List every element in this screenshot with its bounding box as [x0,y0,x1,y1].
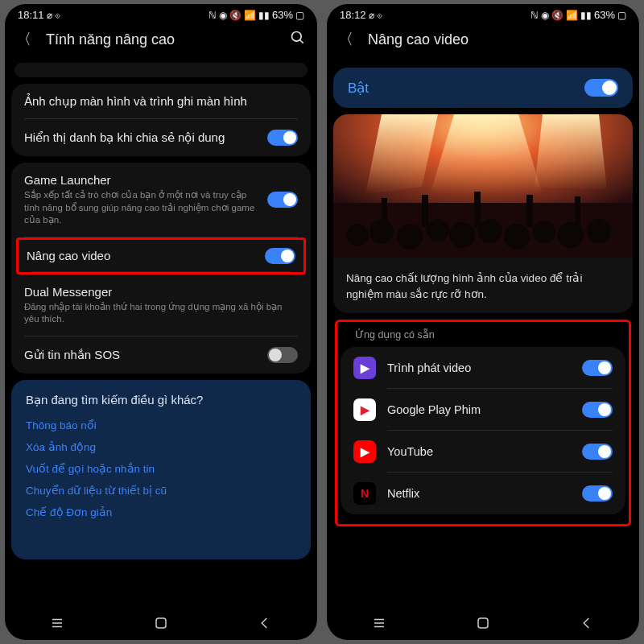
signal-icon: ▮▮ [258,10,270,21]
svg-point-18 [533,221,555,243]
svg-marker-9 [535,114,607,191]
ear-icon: ⌀ [47,10,52,21]
toggle-app[interactable] [582,360,613,376]
app-name: Netflix [387,487,571,500]
toggle-share-contacts[interactable] [267,130,298,146]
nfc-icon: ℕ [530,10,539,21]
nav-back-icon[interactable] [580,616,594,634]
battery-icon: ▢ [617,10,626,21]
svg-point-13 [397,224,423,250]
row-desc: Đăng nhập tài khoản thứ hai trong ứng dụ… [24,301,298,326]
row-screenshot[interactable]: Ảnh chụp màn hình và trình ghi màn hình [11,84,311,119]
search-link[interactable]: Chế độ Đơn giản [26,506,296,518]
bt-icon: ⟐ [377,10,382,21]
card-features: Game Launcher Sắp xếp tất cả trò chơi củ… [11,163,311,374]
svg-rect-23 [526,195,533,227]
toggle-app[interactable] [582,485,613,502]
on-label: Bật [348,80,369,97]
svg-point-15 [449,222,475,248]
svg-point-14 [427,219,449,242]
bt-icon: ⟐ [55,10,60,21]
app-name: Trình phát video [387,361,571,374]
status-time: 18:11 [18,9,44,21]
search-heading: Bạn đang tìm kiếm điều gì khác? [26,393,296,407]
google-play-movies-icon: ▶ [353,398,376,421]
page-title: Tính năng nâng cao [46,31,275,48]
row-label: Nâng cao video [27,249,255,262]
back-icon[interactable]: 〈 [338,29,353,50]
app-name: YouTube [387,445,571,458]
search-link[interactable]: Chuyển dữ liệu từ thiết bị cũ [26,484,296,497]
hero-image [333,114,633,258]
row-game-launcher[interactable]: Game Launcher Sắp xếp tất cả trò chơi củ… [11,163,311,237]
card-media: Ảnh chụp màn hình và trình ghi màn hình … [11,84,311,156]
row-label: Game Launcher [24,173,258,187]
search-link[interactable]: Thông báo nổi [26,419,296,431]
location-icon: ◉ [219,10,227,21]
nav-home-icon[interactable] [476,616,490,634]
app-row-google-play-movies[interactable]: ▶ Google Play Phim [341,389,625,431]
toggle-app[interactable] [582,402,613,418]
content-area: Ảnh chụp màn hình và trình ghi màn hình … [5,61,317,608]
svg-point-0 [292,31,302,41]
status-battery: 63% [272,9,293,21]
search-link[interactable]: Xóa ảnh động [26,440,296,453]
netflix-icon: N [353,482,376,505]
app-row-netflix[interactable]: N Netflix [341,473,625,514]
mute-icon: 🔇 [229,10,242,21]
app-bar: 〈 Tính năng nâng cao [5,23,317,61]
nav-back-icon[interactable] [258,616,272,634]
nav-bar [5,608,317,640]
toggle-game-launcher[interactable] [267,192,298,208]
nav-recents-icon[interactable] [372,616,386,634]
search-icon[interactable] [290,30,306,50]
app-row-video-player[interactable]: ▶ Trình phát video [341,347,625,389]
svg-line-1 [300,39,303,43]
row-sos[interactable]: Gửi tin nhắn SOS [11,336,311,374]
wifi-icon: 📶 [244,10,256,21]
row-label: Dual Messenger [24,285,298,299]
row-desc: Sắp xếp tất cả trò chơi của bạn ở một nơ… [24,189,258,227]
phone-right: 18:12 ⌀ ⟐ ℕ ◉ 🔇 📶 ▮▮ 63% ▢ 〈 Nâng cao vi… [327,4,639,640]
highlighted-apps-section: Ứng dụng có sẵn ▶ Trình phát video ▶ Goo… [335,320,631,526]
row-video-enhancer[interactable]: Nâng cao video [16,237,306,275]
svg-point-16 [478,219,502,243]
svg-rect-25 [575,196,580,227]
ear-icon: ⌀ [369,10,374,21]
status-time: 18:12 [340,9,366,21]
hero-description: Nâng cao chất lượng hình ảnh của video đ… [333,261,633,302]
svg-point-11 [346,224,369,246]
back-icon[interactable]: 〈 [16,29,31,50]
section-label: Ứng dụng có sẵn [341,325,625,344]
app-row-youtube[interactable]: ▶ YouTube [341,431,625,473]
svg-rect-5 [156,618,166,628]
app-bar: 〈 Nâng cao video [327,23,639,61]
nav-home-icon[interactable] [154,616,168,634]
signal-icon: ▮▮ [580,10,592,21]
svg-rect-29 [478,618,488,628]
partial-row-top [14,63,308,77]
row-dual-messenger[interactable]: Dual Messenger Đăng nhập tài khoản thứ h… [11,275,311,336]
toggle-app[interactable] [582,444,613,460]
hero-card: Nâng cao chất lượng hình ảnh của video đ… [333,114,633,313]
app-list: ▶ Trình phát video ▶ Google Play Phim ▶ … [341,347,625,514]
nav-bar [327,608,639,640]
status-battery: 63% [594,9,615,21]
master-toggle[interactable] [584,79,618,97]
svg-point-17 [504,224,530,250]
row-share-contacts[interactable]: Hiển thị danh bạ khi chia sẻ nội dung [11,119,311,156]
status-bar: 18:12 ⌀ ⟐ ℕ ◉ 🔇 📶 ▮▮ 63% ▢ [327,4,639,23]
svg-rect-24 [382,198,387,227]
nav-recents-icon[interactable] [50,616,64,634]
toggle-sos[interactable] [267,347,298,363]
phone-left: 18:11 ⌀ ⟐ ℕ ◉ 🔇 📶 ▮▮ 63% ▢ 〈 Tính năng n… [5,4,317,640]
master-toggle-card[interactable]: Bật [333,68,633,108]
status-bar: 18:11 ⌀ ⟐ ℕ ◉ 🔇 📶 ▮▮ 63% ▢ [5,4,317,23]
row-label: Ảnh chụp màn hình và trình ghi màn hình [24,94,298,109]
search-link[interactable]: Vuốt để gọi hoặc nhắn tin [26,462,296,475]
location-icon: ◉ [541,10,549,21]
app-name: Google Play Phim [387,403,571,416]
search-suggestions-card: Bạn đang tìm kiếm điều gì khác? Thông bá… [11,380,311,559]
toggle-video-enhancer[interactable] [265,248,295,264]
svg-rect-22 [474,192,481,227]
